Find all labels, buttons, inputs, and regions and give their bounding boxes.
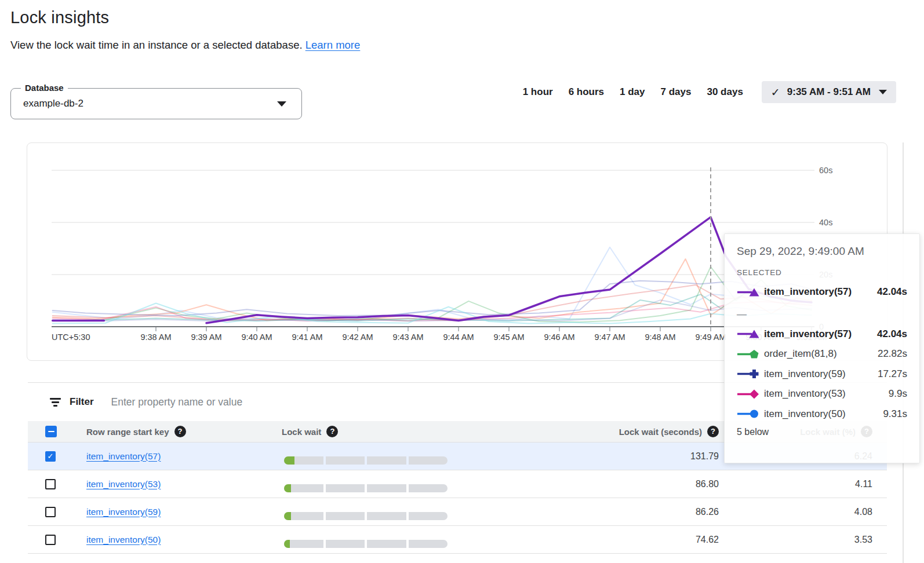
row-key-link[interactable]: item_inventory(59) xyxy=(86,507,161,517)
timezone-label: UTC+5:30 xyxy=(52,332,90,342)
x-tick-label: 9:47 AM xyxy=(594,332,625,342)
triangle-marker-icon xyxy=(737,287,762,297)
tooltip-series-row: order_item(81,8)22.82s xyxy=(737,344,907,364)
bar-fill-green xyxy=(284,484,291,492)
x-tick-label: 9:43 AM xyxy=(392,332,423,342)
x-tick-label: 9:39 AM xyxy=(191,332,221,342)
bar-segment xyxy=(326,484,365,492)
page-title: Lock insights xyxy=(10,8,109,27)
tooltip-series-name: item_inventory(57) xyxy=(764,328,852,340)
bar-segment xyxy=(326,456,365,465)
lock-wait-seconds-value: 74.62 xyxy=(696,535,719,545)
series-item_inventory(57) xyxy=(206,217,812,323)
tooltip-selected-series-row: item_inventory(57)42.04s xyxy=(737,282,907,302)
bar-segment xyxy=(409,456,448,465)
filter-input[interactable] xyxy=(111,396,517,408)
select-all-checkbox[interactable] xyxy=(45,426,57,437)
bar-fill-green xyxy=(284,512,291,520)
tooltip-series-value: 9.31s xyxy=(883,408,907,420)
column-header-lock-wait: Lock wait? xyxy=(282,426,338,437)
bar-segment xyxy=(367,456,406,465)
diamond-marker-icon xyxy=(737,389,762,399)
time-range-option-1-hour[interactable]: 1 hour xyxy=(523,86,553,98)
bar-fill-green xyxy=(284,456,294,465)
database-select-label: Database xyxy=(21,83,68,93)
row-key-link[interactable]: item_inventory(50) xyxy=(86,535,161,545)
x-tick-label: 9:48 AM xyxy=(645,332,675,342)
column-header-lock-wait-seconds: Lock wait (seconds)? xyxy=(619,426,719,437)
tooltip-series-name: item_inventory(57) xyxy=(764,286,852,298)
row-checkbox[interactable] xyxy=(45,535,56,545)
pentagon-marker-icon xyxy=(737,349,762,359)
time-range-bar: 1 hour6 hours1 day7 days30 days ✓ 9:35 A… xyxy=(523,81,896,103)
lock-wait-percent-value: 4.11 xyxy=(855,479,872,489)
x-tick-label: 9:41 AM xyxy=(292,332,322,342)
row-key-link[interactable]: item_inventory(53) xyxy=(86,479,161,489)
bar-segment xyxy=(284,540,323,548)
y-tick-label: 60s xyxy=(819,166,832,175)
tooltip-selected-label: SELECTED xyxy=(737,268,907,277)
tooltip-series-row: item_inventory(50)9.31s xyxy=(737,404,907,425)
help-icon[interactable]: ? xyxy=(326,426,338,437)
tooltip-timestamp: Sep 29, 2022, 9:49:00 AM xyxy=(737,245,907,258)
time-range-option-30-days[interactable]: 30 days xyxy=(707,86,743,98)
tooltip-series-value: 42.04s xyxy=(877,328,907,340)
chevron-down-icon xyxy=(277,101,286,107)
tooltip-divider: — xyxy=(737,309,907,320)
chart-tooltip: Sep 29, 2022, 9:49:00 AM SELECTED item_i… xyxy=(724,233,920,463)
tooltip-series-row: item_inventory(59)17.27s xyxy=(737,364,907,385)
circle-marker-icon xyxy=(737,409,762,419)
lock-wait-percent-value: 4.08 xyxy=(854,507,872,517)
tooltip-series-value: 17.27s xyxy=(878,368,907,380)
tooltip-series-name: item_inventory(50) xyxy=(764,408,846,420)
x-tick-label: 9:49 AM xyxy=(695,332,726,342)
tooltip-series-name: item_inventory(53) xyxy=(764,388,846,400)
help-icon[interactable]: ? xyxy=(707,426,719,437)
x-tick-label: 9:42 AM xyxy=(342,332,373,342)
tooltip-series-value: 22.82s xyxy=(878,348,907,360)
page-description: View the lock wait time in an instance o… xyxy=(10,39,360,52)
filter-icon xyxy=(49,398,61,407)
plus-marker-icon xyxy=(737,369,762,379)
chevron-down-icon xyxy=(879,90,887,94)
bar-fill-green xyxy=(284,540,290,548)
bar-segment xyxy=(409,484,448,492)
column-header-row-range-start-key: Row range start key? xyxy=(86,426,186,437)
time-range-option-1-day[interactable]: 1 day xyxy=(620,86,645,98)
lock-wait-seconds-value: 131.79 xyxy=(690,451,719,462)
learn-more-link[interactable]: Learn more xyxy=(305,39,361,51)
row-checkbox[interactable]: ✓ xyxy=(45,451,56,462)
triangle-marker-icon xyxy=(737,329,762,339)
y-tick-label: 40s xyxy=(819,218,832,227)
lock-wait-seconds-value: 86.80 xyxy=(696,479,719,489)
bar-segment xyxy=(409,540,448,548)
table-row: item_inventory(50)74.623.53 xyxy=(28,525,887,553)
tooltip-series-value: 42.04s xyxy=(877,286,907,298)
page-description-text: View the lock wait time in an instance o… xyxy=(10,39,303,51)
x-tick-label: 9:40 AM xyxy=(241,332,272,342)
bar-segment xyxy=(326,512,365,520)
table-row: item_inventory(53)86.804.11 xyxy=(28,470,887,498)
bar-segment xyxy=(367,512,406,520)
bar-segment xyxy=(367,540,406,548)
tooltip-series-name: item_inventory(59) xyxy=(764,368,846,380)
bar-segment xyxy=(326,540,365,548)
help-icon[interactable]: ? xyxy=(174,426,186,437)
time-range-option-6-hours[interactable]: 6 hours xyxy=(569,86,604,98)
row-key-link[interactable]: item_inventory(57) xyxy=(86,451,161,462)
lock-wait-percent-value: 3.53 xyxy=(854,535,872,545)
chart-series-group xyxy=(53,217,812,324)
bar-segment xyxy=(409,512,448,520)
check-icon: ✓ xyxy=(771,86,780,99)
row-checkbox[interactable] xyxy=(45,479,56,489)
database-select-value: example-db-2 xyxy=(23,98,83,109)
x-tick-label: 9:44 AM xyxy=(443,332,474,342)
time-range-selected-chip[interactable]: ✓ 9:35 AM - 9:51 AM xyxy=(762,81,896,103)
row-checkbox[interactable] xyxy=(45,507,56,517)
tooltip-series-name: order_item(81,8) xyxy=(764,348,837,360)
x-tick-label: 9:38 AM xyxy=(140,332,171,342)
lock-insights-page: Lock insights View the lock wait time in… xyxy=(0,0,924,563)
database-select[interactable]: Database example-db-2 xyxy=(10,88,302,119)
time-range-option-7-days[interactable]: 7 days xyxy=(661,86,692,98)
x-tick-label: 9:46 AM xyxy=(544,332,574,342)
